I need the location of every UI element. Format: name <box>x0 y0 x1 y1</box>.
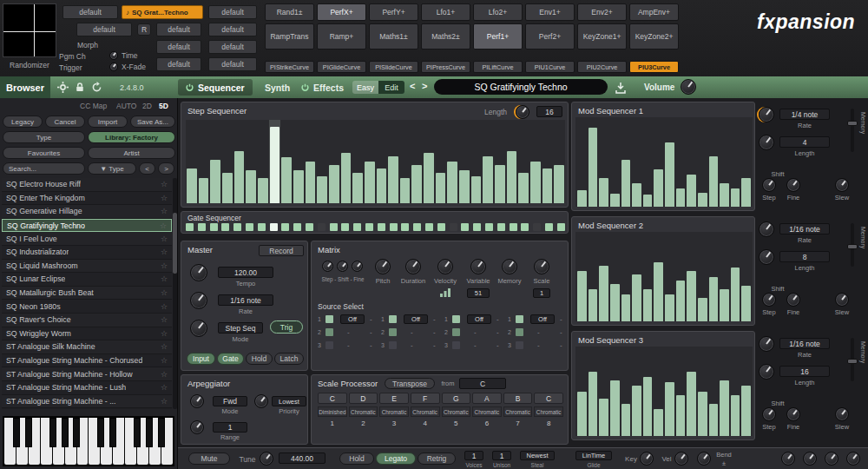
step-bar[interactable] <box>436 173 446 203</box>
macro-knob-2[interactable] <box>803 452 817 466</box>
mod-bar[interactable] <box>698 193 707 207</box>
cc-map-label[interactable]: CC Map <box>80 102 107 110</box>
favourite-star-icon[interactable]: ☆ <box>161 329 168 338</box>
source-cell[interactable] <box>452 328 460 336</box>
favourite-star-icon[interactable]: ☆ <box>161 370 168 379</box>
transpose-button[interactable]: Transpose <box>385 378 435 389</box>
current-preset-title[interactable]: SQ Gratifyingly Techno <box>434 79 608 95</box>
prev-preset-button[interactable]: < <box>410 81 415 91</box>
mod-bar[interactable] <box>665 294 674 321</box>
scale-note[interactable]: B <box>503 393 533 404</box>
mod-source-ramptrans[interactable]: RampTrans <box>265 23 314 50</box>
mod-seq-bars[interactable] <box>575 347 753 436</box>
memory-slider[interactable] <box>851 109 854 152</box>
gate-step[interactable] <box>437 223 445 231</box>
matrix-fine-knob[interactable] <box>352 261 363 272</box>
rate-knob[interactable] <box>759 221 774 237</box>
length-knob[interactable] <box>759 135 774 150</box>
gear-icon[interactable] <box>57 82 69 93</box>
gate-step[interactable] <box>270 223 278 231</box>
mod-source-maths2[interactable]: Maths2± <box>421 23 470 50</box>
randomizer-xy-pad[interactable] <box>3 3 56 57</box>
rate-knob[interactable] <box>759 107 774 122</box>
gate-step[interactable] <box>210 223 218 231</box>
preset-list-item[interactable]: SQ Lunar Eclipse☆ <box>2 273 172 287</box>
scale-note[interactable]: D <box>349 393 378 404</box>
preset-list-item[interactable]: SQ Wriggley Worm☆ <box>2 327 172 341</box>
mod-source-lfo2[interactable]: Lfo2+ <box>473 3 523 21</box>
gate-step[interactable] <box>510 223 517 231</box>
mod-bar[interactable] <box>621 294 631 321</box>
legato-button[interactable]: Legato <box>376 452 416 465</box>
source-cell[interactable] <box>389 328 397 336</box>
mode-knob[interactable] <box>190 320 207 337</box>
preset-list-item[interactable]: SQ Liquid Mashroom☆ <box>2 260 172 274</box>
step-bar[interactable] <box>187 168 197 203</box>
save-preset-icon[interactable] <box>615 82 626 93</box>
scrollbar-thumb[interactable] <box>173 213 177 274</box>
mod-bar[interactable] <box>621 160 631 207</box>
matrix-shift-knob[interactable] <box>337 261 348 272</box>
mod-bar[interactable] <box>654 409 663 436</box>
library-factory-tab[interactable]: Library: Factory <box>88 131 175 143</box>
piano-black-key[interactable] <box>134 418 141 447</box>
mod-bar[interactable] <box>676 281 686 321</box>
favourite-star-icon[interactable]: ☆ <box>161 274 168 283</box>
slot-default-7[interactable]: default <box>208 23 257 36</box>
favourite-star-icon[interactable]: ☆ <box>161 383 168 392</box>
length-knob[interactable] <box>759 364 774 380</box>
step-knob[interactable] <box>762 293 776 307</box>
source-cell[interactable] <box>516 315 523 323</box>
rate-knob[interactable] <box>190 292 207 309</box>
mod-bar[interactable] <box>720 289 729 321</box>
mod-bar[interactable] <box>643 377 653 436</box>
mod-bar[interactable] <box>654 262 663 321</box>
mod-bar[interactable] <box>741 178 751 207</box>
step-bar[interactable] <box>341 153 352 203</box>
preset-list-item[interactable]: SQ Gratifyingly Techno☆ <box>2 219 172 233</box>
mod-bar[interactable] <box>731 268 740 321</box>
mod-source-perfy[interactable]: PerfY+ <box>369 3 418 21</box>
bend-knob[interactable] <box>697 452 711 466</box>
gate-step[interactable] <box>473 223 481 231</box>
edit-mode-button[interactable]: Edit <box>378 81 404 94</box>
mod-source-rand1[interactable]: Rand1± <box>265 3 314 21</box>
search-input[interactable]: Search... <box>3 162 85 175</box>
preset-list-item[interactable]: SQ I Feel Love☆ <box>2 232 172 246</box>
step-knob[interactable] <box>762 407 776 421</box>
gate-step-row[interactable] <box>186 223 565 231</box>
trig-button[interactable]: Trig <box>270 320 303 334</box>
step-bar[interactable] <box>411 165 422 203</box>
next-page-button[interactable]: > <box>158 162 174 175</box>
matrix-memory-knob[interactable] <box>502 259 517 274</box>
mod-bar[interactable] <box>610 380 620 436</box>
mod-source-piu2curve[interactable]: PIU2Curve <box>577 61 627 73</box>
scale-note[interactable]: G <box>442 393 471 404</box>
vel-knob[interactable] <box>674 452 688 466</box>
step-bar[interactable] <box>199 178 209 203</box>
favourite-star-icon[interactable]: ☆ <box>161 194 168 202</box>
step-bar[interactable] <box>424 153 434 203</box>
matrix-pitch-knob[interactable] <box>375 259 391 274</box>
matrix-scale-knob[interactable] <box>534 259 549 274</box>
tempo-knob[interactable] <box>190 264 207 281</box>
step-bar[interactable] <box>293 170 304 203</box>
mod-bar[interactable] <box>741 386 751 436</box>
mod-bar[interactable] <box>687 175 696 207</box>
mod-source-env1[interactable]: Env1+ <box>525 3 575 21</box>
from-key-dropdown[interactable]: C <box>459 378 506 389</box>
mod-source-piu3curve[interactable]: PIU3Curve <box>629 61 679 73</box>
source-select-value[interactable]: Off <box>404 314 428 324</box>
mode-2d-label[interactable]: 2D <box>142 102 152 110</box>
mod-bar[interactable] <box>632 183 641 207</box>
scale-note[interactable]: E <box>379 393 409 404</box>
gate-step[interactable] <box>281 223 289 231</box>
sync-icon[interactable] <box>91 82 102 93</box>
source-select-value[interactable]: Off <box>467 314 491 324</box>
mod-bar[interactable] <box>621 404 631 436</box>
xfade-knob[interactable] <box>109 63 118 71</box>
mod-source-pislidecurve[interactable]: PISlideCurve <box>369 61 418 73</box>
mod-bar[interactable] <box>599 399 608 436</box>
gate-step[interactable] <box>330 223 338 231</box>
preset-list-item[interactable]: SQ Generative Hillage☆ <box>2 205 172 219</box>
